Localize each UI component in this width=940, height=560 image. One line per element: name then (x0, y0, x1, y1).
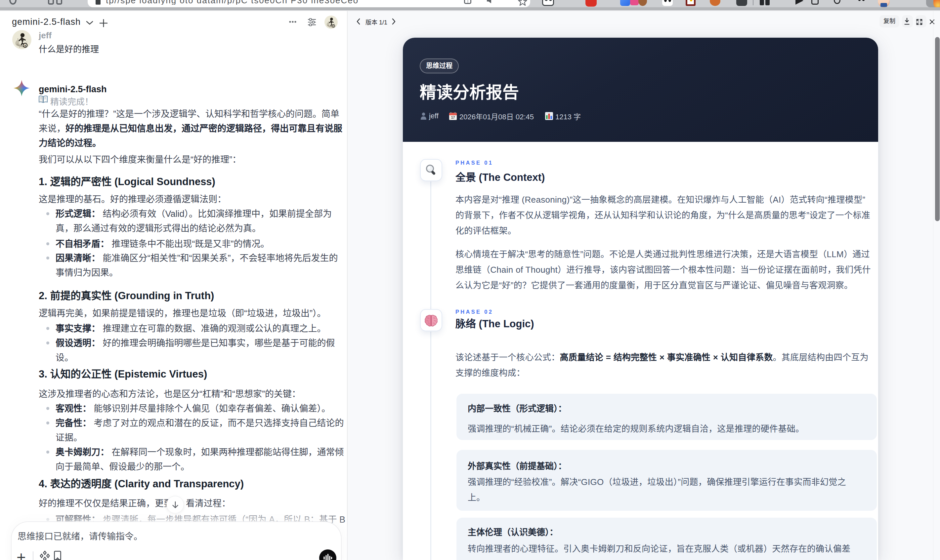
svg-text:17: 17 (451, 115, 455, 119)
svg-text:5: 5 (25, 44, 26, 47)
svg-text:5: 5 (333, 25, 334, 27)
